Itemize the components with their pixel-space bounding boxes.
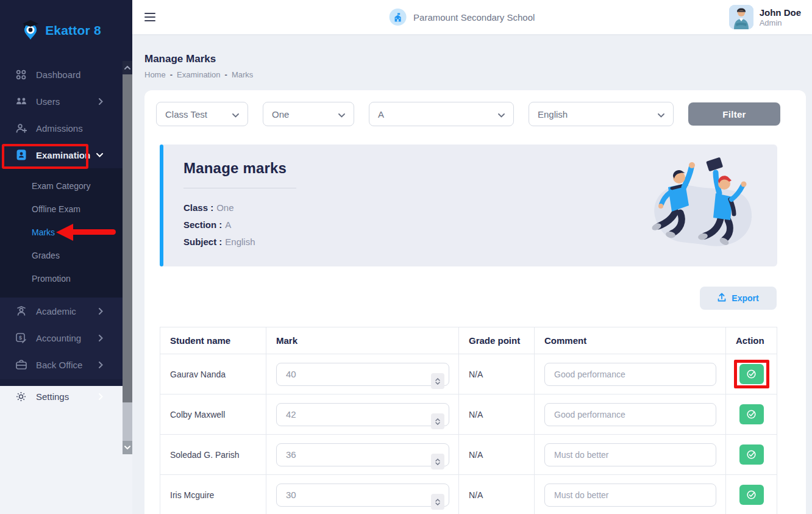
filter-button[interactable]: Filter (688, 102, 780, 126)
manage-marks-panel: Manage marks Class :One Section :A Subje… (160, 145, 777, 266)
submenu-item-exam-category[interactable]: Exam Category (0, 174, 123, 198)
student-name: Gaurav Nanda (160, 354, 266, 394)
sidebar-item-examination[interactable]: Examination (0, 141, 123, 168)
section-value: A (225, 220, 231, 230)
marks-table: Student name Mark Grade point Comment Ac… (160, 327, 777, 514)
panel-subject-row: Subject :English (183, 237, 255, 247)
save-mark-button[interactable] (739, 485, 764, 505)
mark-input[interactable] (276, 443, 449, 466)
examination-icon (15, 149, 27, 161)
panel-section-row: Section :A (183, 220, 231, 230)
grade-point: N/A (459, 354, 535, 394)
number-stepper[interactable] (431, 413, 444, 429)
table-row: Colby Maxwell N/A (160, 394, 777, 435)
breadcrumb: Home - Examination - Marks (144, 70, 253, 79)
back-office-icon (15, 359, 27, 371)
users-icon (15, 96, 27, 107)
sidebar-item-accounting[interactable]: $ Accounting (0, 324, 123, 351)
filter-bar: Class Test One A English (156, 102, 794, 126)
submenu-item-marks[interactable]: Marks (0, 221, 123, 244)
subject-dropdown[interactable]: English (529, 102, 674, 126)
save-mark-button[interactable] (739, 364, 764, 384)
submenu-label: Exam Category (32, 181, 90, 191)
number-stepper[interactable] (431, 373, 444, 389)
students-illustration (641, 153, 757, 260)
scrollbar-up-arrow[interactable] (123, 61, 132, 74)
submenu-label: Offline Exam (32, 204, 80, 214)
student-name: Iris Mcguire (160, 475, 266, 514)
subject-value: English (225, 237, 255, 247)
sidebar-item-users[interactable]: Users (0, 88, 123, 115)
accounting-icon: $ (15, 332, 27, 344)
submenu-item-offline-exam[interactable]: Offline Exam (0, 198, 123, 221)
save-mark-button[interactable] (739, 404, 764, 424)
grade-point: N/A (459, 475, 535, 514)
comment-input[interactable] (544, 443, 716, 466)
sidebar-item-label: Back Office (36, 360, 82, 370)
sidebar-scrollbar[interactable] (123, 61, 132, 454)
sidebar-section-2: Academic $ Accounting (0, 298, 123, 379)
user-role: Admin (760, 18, 801, 28)
comment-input[interactable] (544, 484, 716, 507)
subject-value: English (538, 109, 568, 120)
exam-type-value: Class Test (165, 109, 207, 120)
user-avatar (729, 5, 753, 29)
app-logo-icon (21, 18, 40, 43)
mark-input[interactable] (276, 363, 449, 386)
table-row: Gaurav Nanda N/A (160, 354, 777, 394)
scrollbar-thumb[interactable] (123, 74, 132, 402)
section-dropdown[interactable]: A (369, 102, 514, 126)
number-stepper[interactable] (431, 454, 444, 469)
sidebar-item-back-office[interactable]: Back Office (0, 351, 123, 378)
mark-input[interactable] (276, 403, 449, 426)
submenu-item-promotion[interactable]: Promotion (0, 267, 123, 290)
grade-point: N/A (459, 435, 535, 475)
sidebar-item-label: Dashboard (36, 70, 80, 80)
submenu-item-grades[interactable]: Grades (0, 244, 123, 267)
number-stepper[interactable] (431, 494, 444, 510)
content-card: Class Test One A English (144, 90, 806, 514)
app-logo[interactable]: Ekattor 8 (0, 0, 123, 61)
sidebar-item-dashboard[interactable]: Dashboard (0, 61, 123, 88)
sidebar-item-label: Users (36, 96, 60, 107)
scrollbar-down-arrow[interactable] (123, 441, 132, 454)
header-mark: Mark (266, 327, 459, 354)
header-action: Action (726, 327, 777, 354)
exam-type-dropdown[interactable]: Class Test (156, 102, 248, 126)
panel-title-underline (183, 188, 296, 188)
svg-text:$: $ (19, 335, 22, 341)
submenu-label: Promotion (32, 274, 71, 284)
chevron-down-icon (232, 109, 239, 120)
settings-gear-icon (15, 391, 27, 402)
class-dropdown[interactable]: One (263, 102, 354, 126)
submenu-label: Marks (32, 227, 55, 237)
breadcrumb-examination[interactable]: Examination (177, 70, 221, 79)
sidebar-item-admissions[interactable]: Admissions (0, 115, 123, 141)
comment-input[interactable] (544, 403, 716, 426)
class-value: One (272, 109, 289, 120)
sidebar-menu: Dashboard Users Admissions (0, 61, 123, 379)
user-menu[interactable]: John Doe Admin (729, 5, 801, 29)
class-value: One (216, 202, 233, 213)
school-selector[interactable]: Paramount Secondary School (389, 9, 535, 26)
main-content: Manage Marks Home - Examination - Marks … (132, 34, 812, 514)
mark-input[interactable] (276, 484, 449, 507)
panel-title: Manage marks (183, 160, 287, 177)
breadcrumb-marks[interactable]: Marks (232, 70, 253, 79)
sidebar-item-settings[interactable]: Settings (0, 388, 123, 404)
breadcrumb-home[interactable]: Home (144, 70, 166, 79)
comment-input[interactable] (544, 363, 716, 386)
sidebar-item-academic[interactable]: Academic (0, 298, 123, 324)
export-button[interactable]: Export (700, 287, 777, 310)
school-name: Paramount Secondary School (413, 12, 535, 23)
chevron-right-icon (99, 362, 103, 368)
table-row: Soledad G. Parish N/A (160, 435, 777, 475)
student-name: Soledad G. Parish (160, 435, 266, 475)
section-label: Section : (183, 220, 222, 230)
chevron-down-icon (338, 109, 345, 120)
upload-icon (718, 293, 726, 304)
hamburger-menu-icon[interactable] (144, 10, 155, 24)
grade-point: N/A (459, 394, 535, 435)
save-mark-button[interactable] (739, 444, 764, 465)
chevron-right-icon (99, 393, 103, 400)
